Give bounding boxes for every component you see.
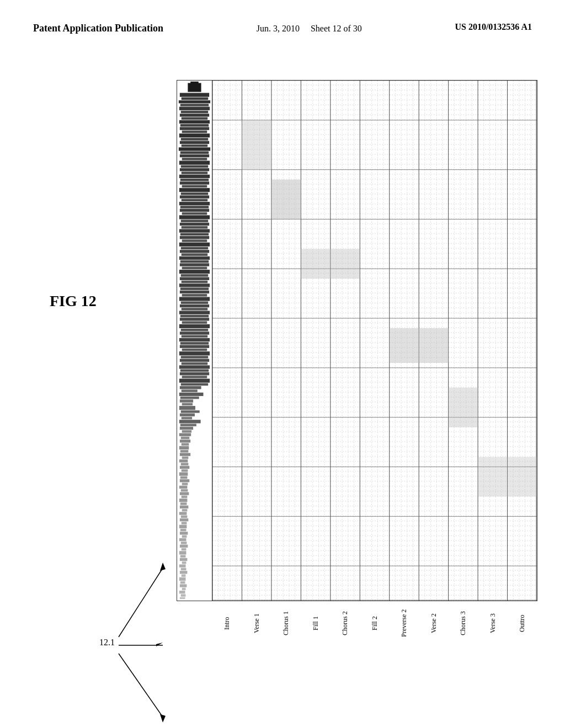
svg-rect-26 [180, 151, 209, 153]
svg-marker-6 [160, 714, 166, 722]
svg-rect-147 [180, 558, 188, 561]
svg-rect-75 [180, 318, 209, 320]
svg-rect-123 [180, 479, 189, 482]
svg-rect-40 [182, 199, 207, 201]
svg-rect-69 [179, 297, 210, 301]
svg-rect-54 [181, 247, 208, 249]
svg-rect-52 [182, 239, 207, 242]
svg-rect-7 [188, 83, 201, 92]
svg-rect-27 [180, 154, 209, 157]
svg-rect-35 [180, 181, 209, 184]
svg-rect-38 [181, 192, 208, 195]
svg-rect-61 [179, 270, 210, 274]
svg-rect-96 [182, 389, 198, 392]
svg-rect-97 [179, 393, 204, 396]
x-label-verse3: Verse 3 [478, 596, 508, 651]
svg-rect-159 [180, 597, 185, 599]
waveform-column [177, 80, 212, 601]
publication-title: Patent Application Publication [33, 22, 163, 35]
svg-rect-111 [180, 440, 190, 442]
header: Patent Application Publication Jun. 3, 2… [0, 0, 565, 46]
svg-rect-150 [181, 568, 186, 570]
svg-rect-149 [179, 564, 186, 567]
x-label-outtro: Outtro [508, 596, 537, 651]
svg-rect-15 [180, 114, 209, 116]
svg-rect-19 [180, 127, 209, 130]
svg-rect-14 [181, 111, 208, 113]
svg-rect-78 [181, 329, 208, 331]
svg-rect-238 [449, 388, 478, 427]
svg-rect-76 [182, 321, 207, 323]
svg-rect-236 [390, 328, 419, 363]
svg-rect-141 [179, 538, 186, 541]
svg-rect-237 [419, 328, 448, 363]
svg-rect-113 [179, 446, 189, 449]
svg-rect-135 [180, 518, 189, 521]
page: Patent Application Publication Jun. 3, 2… [0, 0, 565, 728]
svg-rect-143 [180, 545, 188, 548]
svg-rect-39 [180, 195, 209, 198]
svg-rect-45 [179, 215, 210, 219]
svg-rect-47 [180, 223, 209, 226]
svg-rect-118 [181, 463, 189, 465]
svg-rect-11 [179, 100, 210, 103]
svg-line-1 [119, 568, 163, 637]
svg-rect-105 [179, 420, 201, 423]
svg-rect-28 [182, 158, 207, 160]
svg-rect-121 [179, 472, 188, 475]
x-label-intro: Intro [212, 596, 242, 651]
svg-rect-9 [180, 93, 209, 97]
svg-rect-60 [182, 267, 207, 269]
svg-rect-125 [179, 486, 188, 489]
svg-rect-132 [182, 509, 188, 511]
svg-rect-42 [180, 206, 209, 208]
svg-rect-103 [180, 414, 195, 416]
svg-rect-108 [182, 430, 191, 432]
svg-rect-79 [180, 331, 209, 334]
svg-rect-50 [180, 233, 209, 235]
svg-rect-128 [182, 496, 188, 498]
svg-rect-59 [180, 263, 209, 266]
svg-rect-68 [182, 294, 207, 296]
svg-rect-138 [180, 529, 186, 531]
svg-rect-94 [181, 383, 208, 386]
svg-rect-88 [182, 362, 207, 365]
grid-svg [212, 81, 537, 601]
svg-rect-152 [182, 574, 186, 576]
svg-rect-136 [182, 522, 187, 524]
svg-rect-57 [179, 256, 210, 260]
svg-rect-120 [182, 469, 188, 472]
svg-rect-87 [180, 359, 209, 362]
svg-rect-17 [179, 120, 210, 124]
svg-rect-130 [180, 502, 187, 505]
svg-rect-16 [182, 117, 207, 119]
svg-rect-30 [181, 165, 208, 168]
svg-rect-8 [190, 82, 199, 84]
svg-line-5 [119, 654, 163, 717]
svg-rect-73 [179, 311, 210, 314]
svg-rect-71 [180, 304, 209, 307]
svg-rect-80 [182, 335, 207, 338]
svg-rect-32 [182, 172, 207, 174]
x-label-preverse2: Preverse 2 [390, 596, 419, 651]
svg-rect-91 [180, 372, 209, 375]
svg-rect-144 [182, 548, 186, 550]
svg-rect-124 [182, 483, 188, 485]
sheet-info: Sheet 12 of 30 [311, 24, 362, 33]
x-label-verse2: Verse 2 [419, 596, 449, 651]
svg-rect-84 [182, 349, 207, 351]
svg-rect-101 [179, 406, 195, 410]
svg-rect-137 [179, 525, 187, 528]
svg-rect-154 [180, 581, 185, 584]
svg-rect-13 [179, 107, 210, 110]
svg-rect-100 [182, 403, 193, 405]
svg-rect-148 [182, 561, 186, 564]
svg-rect-145 [179, 551, 186, 554]
svg-rect-25 [179, 147, 210, 151]
svg-rect-119 [180, 466, 189, 469]
svg-rect-134 [181, 516, 188, 518]
patent-number: US 2010/0132536 A1 [455, 22, 532, 32]
svg-rect-99 [180, 399, 193, 402]
svg-rect-131 [180, 506, 189, 508]
svg-rect-89 [179, 365, 210, 368]
